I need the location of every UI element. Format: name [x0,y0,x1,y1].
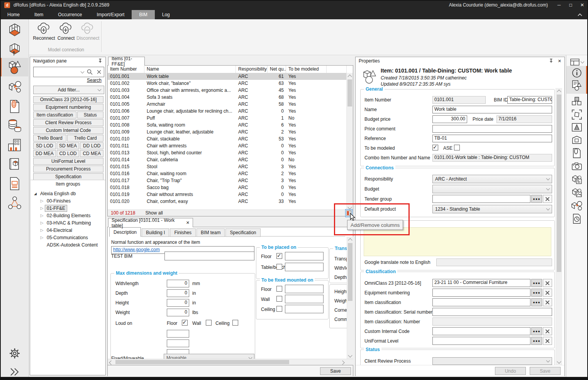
table-row[interactable]: 0101.008 Sofa, waiting room ARC 6 Yes [108,122,347,128]
close-button[interactable]: ✕ [576,0,588,10]
scroll-up-icon[interactable] [347,236,353,242]
tender-browse-button[interactable]: ●●● [531,195,542,203]
ase-checkbox[interactable] [454,145,460,150]
table-row[interactable]: 0101.017 Chair, "Trip Trap" ARC 3 Yes [108,177,347,184]
menu-bim[interactable]: BIM [132,10,154,19]
sidebar-item-items[interactable] [0,58,29,76]
table-row[interactable]: 0101.019 Chair without armrests ARC 0 Ye… [108,191,347,198]
tab-bim-team[interactable]: BIM team [197,228,225,237]
table-row[interactable]: 0101.005 Armchair ARC 58 Yes [108,101,347,108]
search-input[interactable] [33,67,104,77]
close-tab-icon[interactable]: ✕ [186,220,190,225]
table-row[interactable]: 0101.009 Lounge chair, leather, adjustab… [108,128,347,135]
loud-per-area-input[interactable] [167,330,189,338]
filter-dd-mea[interactable]: DD MEA [33,150,56,157]
sidebar-item-products[interactable] [0,155,29,174]
pin-icon[interactable] [549,59,553,63]
tree-expander-icon[interactable] [39,228,45,232]
menu-home[interactable]: Home [0,10,27,19]
filter-specification[interactable]: Specification [33,173,103,180]
tree-item[interactable]: 02-Building Elements [32,212,104,219]
scroll-up-icon[interactable] [556,88,562,94]
tree-expander-icon[interactable] [39,206,45,210]
tree-item[interactable]: 01-FF&E [32,204,104,212]
table-row[interactable]: 0101.007 Puff ARC 1 No [108,115,347,122]
properties-save-button[interactable]: Save [530,367,561,375]
sidebar-item-rooms[interactable] [0,21,29,39]
item-images-tool[interactable] [566,186,587,199]
box-preview-tool[interactable] [566,134,587,146]
spec-horizontal-scrollbar[interactable] [108,359,353,365]
item-classification-browse-button[interactable]: ●●● [531,298,542,306]
sidebar-item-relations-diagram[interactable] [0,194,29,212]
test-bim-field[interactable] [164,252,254,260]
undo-button[interactable]: Undo [495,367,526,375]
loud-floor-checkbox[interactable] [182,320,188,326]
filter-custom-internal-code[interactable]: Custom Internal Code [33,127,103,134]
column-header-responsibility[interactable]: Responsibility [236,66,268,73]
show-all-link[interactable]: Show all [145,210,163,216]
maximize-button[interactable]: □ [565,0,576,10]
clear-search-icon[interactable] [97,69,102,74]
filter-item-classification[interactable]: Item classification [33,111,76,118]
tender-clear-button[interactable] [543,195,552,203]
products-tool[interactable] [566,95,587,108]
item-structure-tool[interactable] [566,173,587,186]
scroll-right-icon[interactable] [340,360,344,365]
name-field[interactable]: Work table [432,106,552,113]
omniclass-browse-button[interactable]: ●●● [531,279,542,287]
budget-price-field[interactable]: 300.00 [432,115,467,123]
specification-tab[interactable]: Specification [0101.001 - Work table] ✕ [108,218,193,227]
table-row[interactable]: 0101.011 Chair with armrests ARC 0 Yes [108,142,347,149]
budget-dropdown[interactable] [432,185,552,193]
menu-occurrence[interactable]: Occurrence [51,10,89,19]
fixed-ceiling-checkbox[interactable] [276,306,282,312]
dimension-input[interactable]: 0 [167,299,189,307]
omniclass-clear-button[interactable] [543,279,552,287]
equipment-browse-button[interactable]: ●●● [531,289,542,297]
attachments-tool[interactable] [566,147,587,159]
filter-uniformat-level[interactable]: UniFormat Level [33,158,103,165]
item-relations-tool[interactable] [566,199,587,212]
info-tool[interactable] [566,67,587,79]
scroll-down-icon[interactable] [556,359,562,365]
sidebar-item-buildings[interactable] [0,136,29,154]
uniformat-browse-button[interactable]: ●●● [531,337,542,345]
photos-tool[interactable] [566,160,587,172]
filter-cd-lod[interactable]: CD LOD [57,150,80,157]
sidebar-item-item-relations[interactable] [0,78,29,96]
responsibility-dropdown[interactable]: ARC - Architect [432,175,552,183]
uniformat-clear-button[interactable] [543,337,552,345]
search-icon[interactable] [87,69,93,75]
reconnect-button[interactable]: Reconnect [33,22,55,41]
dimension-input[interactable]: 0 [167,309,189,316]
fixed-ceiling-input[interactable] [285,305,324,313]
sidebar-item-reports[interactable] [0,174,29,193]
placed-table-input[interactable] [285,263,324,271]
dimension-input[interactable]: 0 [167,289,189,297]
placed-floor-input[interactable] [285,252,324,260]
sidebar-item-data-tables[interactable] [0,117,29,135]
column-header-to-be-modeled[interactable]: To be modeled [286,66,327,73]
tree-item[interactable]: 03-HVAC & Plumbing [32,219,104,226]
items-tab[interactable]: Items [01-FF&E] [108,57,145,66]
table-row[interactable]: 0101.002 Work chair, "balance" ARC 63 Ye… [108,80,347,87]
model-view-tool[interactable] [566,108,587,121]
filter-trello-board[interactable]: Trello Board [33,135,66,142]
price-comment-field[interactable] [432,125,552,133]
reference-field[interactable]: TB-01 [432,135,552,142]
tree-item[interactable]: 05-Communications [32,234,104,241]
column-header-name[interactable]: Name [144,66,236,73]
search-dropdown-icon[interactable] [81,69,85,73]
filter-cd-mea[interactable]: CD MEA [80,150,103,157]
to-be-modeled-checkbox[interactable] [432,145,438,150]
tree-item[interactable]: Alexia English db [32,190,104,197]
equipment-numbering-field[interactable] [432,289,530,297]
loud-wall-checkbox[interactable] [206,320,212,326]
tree-expander-icon[interactable] [39,199,45,203]
tree-expander-icon[interactable] [39,221,45,225]
uniformat-field[interactable] [432,337,530,345]
table-row[interactable]: 0101.006 Lounge chair, adjustable for re… [108,108,347,115]
filter-status[interactable]: Status [77,111,103,118]
table-row[interactable]: 0101.018 Sacco bag ARC 0 Yes [108,184,347,191]
